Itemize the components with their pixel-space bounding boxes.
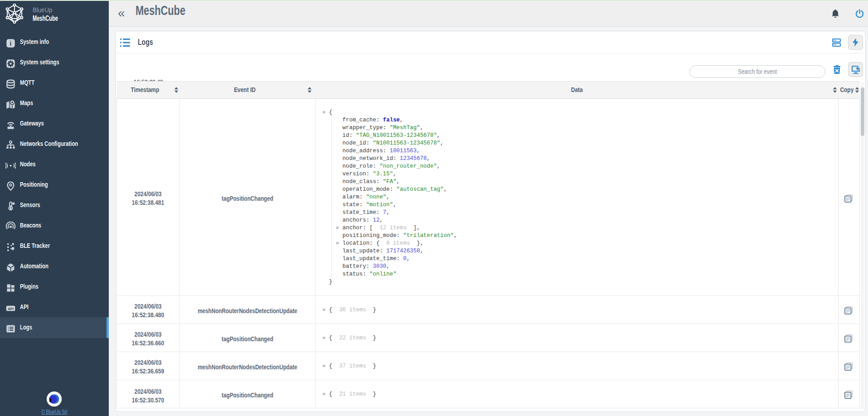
svg-text:API: API xyxy=(8,307,14,311)
svg-text:i: i xyxy=(10,40,12,47)
